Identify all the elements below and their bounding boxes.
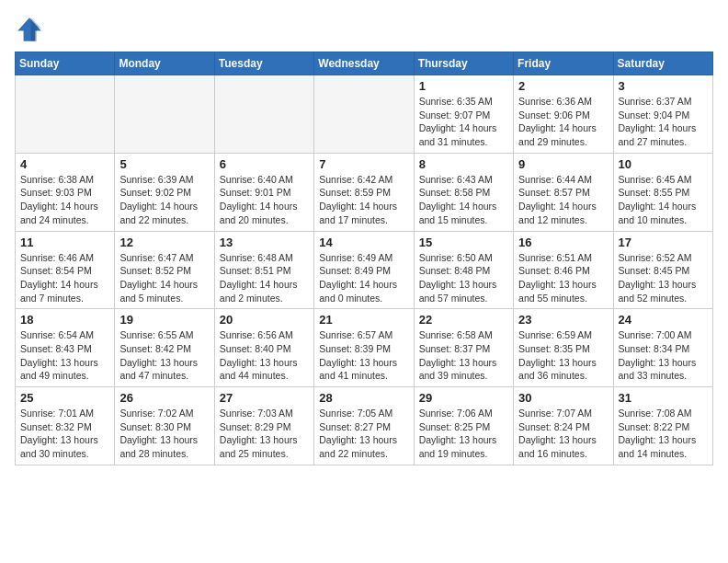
calendar-table: SundayMondayTuesdayWednesdayThursdayFrid… <box>15 52 713 465</box>
calendar-week-row: 25Sunrise: 7:01 AMSunset: 8:32 PMDayligh… <box>16 387 713 465</box>
col-header-friday: Friday <box>514 52 613 75</box>
calendar-cell: 31Sunrise: 7:08 AMSunset: 8:22 PMDayligh… <box>613 387 712 465</box>
day-number: 28 <box>319 391 408 405</box>
calendar-week-row: 1Sunrise: 6:35 AMSunset: 9:07 PMDaylight… <box>16 75 713 154</box>
calendar-cell: 1Sunrise: 6:35 AMSunset: 9:07 PMDaylight… <box>414 75 513 154</box>
calendar-cell <box>115 75 214 154</box>
day-number: 2 <box>518 79 608 93</box>
day-number: 12 <box>119 236 209 249</box>
calendar-cell: 15Sunrise: 6:50 AMSunset: 8:48 PMDayligh… <box>414 231 513 309</box>
day-number: 6 <box>220 157 309 171</box>
day-number: 16 <box>518 236 608 249</box>
day-info: Sunrise: 7:07 AMSunset: 8:24 PMDaylight:… <box>518 407 608 461</box>
calendar-cell: 23Sunrise: 6:59 AMSunset: 8:35 PMDayligh… <box>514 309 613 387</box>
calendar-cell: 30Sunrise: 7:07 AMSunset: 8:24 PMDayligh… <box>514 387 613 465</box>
calendar-cell: 14Sunrise: 6:49 AMSunset: 8:49 PMDayligh… <box>314 231 414 309</box>
day-info: Sunrise: 7:00 AMSunset: 8:34 PMDaylight:… <box>619 328 708 383</box>
calendar-cell <box>16 75 115 154</box>
day-number: 21 <box>319 313 408 327</box>
calendar-cell: 3Sunrise: 6:37 AMSunset: 9:04 PMDaylight… <box>613 75 712 154</box>
day-number: 22 <box>419 313 508 327</box>
calendar-cell: 6Sunrise: 6:40 AMSunset: 9:01 PMDaylight… <box>214 153 313 231</box>
svg-marker-0 <box>17 17 41 41</box>
day-info: Sunrise: 6:55 AMSunset: 8:42 PMDaylight:… <box>119 328 209 383</box>
day-info: Sunrise: 6:51 AMSunset: 8:46 PMDaylight:… <box>518 251 608 305</box>
calendar-cell: 26Sunrise: 7:02 AMSunset: 8:30 PMDayligh… <box>115 387 214 465</box>
col-header-sunday: Sunday <box>16 52 115 75</box>
day-info: Sunrise: 6:59 AMSunset: 8:35 PMDaylight:… <box>518 328 608 383</box>
calendar-cell <box>214 75 313 154</box>
day-info: Sunrise: 6:47 AMSunset: 8:52 PMDaylight:… <box>119 251 209 305</box>
day-info: Sunrise: 6:52 AMSunset: 8:45 PMDaylight:… <box>619 251 708 305</box>
day-number: 13 <box>220 236 309 249</box>
calendar-cell: 4Sunrise: 6:38 AMSunset: 9:03 PMDaylight… <box>16 153 115 231</box>
col-header-monday: Monday <box>115 52 214 75</box>
day-info: Sunrise: 7:08 AMSunset: 8:22 PMDaylight:… <box>619 407 708 461</box>
calendar-cell: 25Sunrise: 7:01 AMSunset: 8:32 PMDayligh… <box>16 387 115 465</box>
calendar-cell: 21Sunrise: 6:57 AMSunset: 8:39 PMDayligh… <box>314 309 414 387</box>
calendar-cell: 2Sunrise: 6:36 AMSunset: 9:06 PMDaylight… <box>514 75 613 154</box>
calendar-cell: 11Sunrise: 6:46 AMSunset: 8:54 PMDayligh… <box>16 231 115 309</box>
calendar-cell: 8Sunrise: 6:43 AMSunset: 8:58 PMDaylight… <box>414 153 513 231</box>
day-info: Sunrise: 7:05 AMSunset: 8:27 PMDaylight:… <box>319 407 408 461</box>
day-number: 19 <box>119 313 209 327</box>
logo <box>15 15 48 44</box>
day-info: Sunrise: 6:40 AMSunset: 9:01 PMDaylight:… <box>220 173 309 227</box>
calendar-header-row: SundayMondayTuesdayWednesdayThursdayFrid… <box>16 52 713 75</box>
calendar-week-row: 18Sunrise: 6:54 AMSunset: 8:43 PMDayligh… <box>16 309 713 387</box>
calendar-cell: 22Sunrise: 6:58 AMSunset: 8:37 PMDayligh… <box>414 309 513 387</box>
calendar-cell: 24Sunrise: 7:00 AMSunset: 8:34 PMDayligh… <box>613 309 712 387</box>
calendar-cell: 20Sunrise: 6:56 AMSunset: 8:40 PMDayligh… <box>214 309 313 387</box>
col-header-saturday: Saturday <box>613 52 712 75</box>
day-number: 25 <box>20 391 109 405</box>
day-info: Sunrise: 6:44 AMSunset: 8:57 PMDaylight:… <box>518 173 608 227</box>
day-info: Sunrise: 6:58 AMSunset: 8:37 PMDaylight:… <box>419 328 508 383</box>
calendar-cell: 10Sunrise: 6:45 AMSunset: 8:55 PMDayligh… <box>613 153 712 231</box>
calendar-cell: 5Sunrise: 6:39 AMSunset: 9:02 PMDaylight… <box>115 153 214 231</box>
day-number: 3 <box>619 79 708 93</box>
day-info: Sunrise: 6:57 AMSunset: 8:39 PMDaylight:… <box>319 328 408 383</box>
day-info: Sunrise: 7:03 AMSunset: 8:29 PMDaylight:… <box>220 407 309 461</box>
day-info: Sunrise: 6:38 AMSunset: 9:03 PMDaylight:… <box>20 173 109 227</box>
day-info: Sunrise: 6:56 AMSunset: 8:40 PMDaylight:… <box>220 328 309 383</box>
day-info: Sunrise: 6:49 AMSunset: 8:49 PMDaylight:… <box>319 251 408 305</box>
day-info: Sunrise: 6:54 AMSunset: 8:43 PMDaylight:… <box>20 328 109 383</box>
day-info: Sunrise: 6:36 AMSunset: 9:06 PMDaylight:… <box>518 95 608 149</box>
day-info: Sunrise: 6:39 AMSunset: 9:02 PMDaylight:… <box>119 173 209 227</box>
day-info: Sunrise: 7:01 AMSunset: 8:32 PMDaylight:… <box>20 407 109 461</box>
day-info: Sunrise: 7:02 AMSunset: 8:30 PMDaylight:… <box>119 407 209 461</box>
calendar-cell: 12Sunrise: 6:47 AMSunset: 8:52 PMDayligh… <box>115 231 214 309</box>
calendar-cell: 29Sunrise: 7:06 AMSunset: 8:25 PMDayligh… <box>414 387 513 465</box>
day-number: 29 <box>419 391 508 405</box>
day-number: 10 <box>619 157 708 171</box>
day-number: 4 <box>20 157 109 171</box>
day-number: 11 <box>20 236 109 249</box>
day-number: 24 <box>619 313 708 327</box>
day-info: Sunrise: 7:06 AMSunset: 8:25 PMDaylight:… <box>419 407 508 461</box>
calendar-cell: 28Sunrise: 7:05 AMSunset: 8:27 PMDayligh… <box>314 387 414 465</box>
day-info: Sunrise: 6:35 AMSunset: 9:07 PMDaylight:… <box>419 95 508 149</box>
day-number: 27 <box>220 391 309 405</box>
day-number: 7 <box>319 157 408 171</box>
calendar-cell: 27Sunrise: 7:03 AMSunset: 8:29 PMDayligh… <box>214 387 313 465</box>
day-info: Sunrise: 6:37 AMSunset: 9:04 PMDaylight:… <box>619 95 708 149</box>
day-number: 17 <box>619 236 708 249</box>
calendar-cell: 7Sunrise: 6:42 AMSunset: 8:59 PMDaylight… <box>314 153 414 231</box>
day-number: 23 <box>518 313 608 327</box>
col-header-tuesday: Tuesday <box>214 52 313 75</box>
day-number: 14 <box>319 236 408 249</box>
day-number: 9 <box>518 157 608 171</box>
calendar-week-row: 4Sunrise: 6:38 AMSunset: 9:03 PMDaylight… <box>16 153 713 231</box>
calendar-cell: 16Sunrise: 6:51 AMSunset: 8:46 PMDayligh… <box>514 231 613 309</box>
day-number: 18 <box>20 313 109 327</box>
calendar-cell: 9Sunrise: 6:44 AMSunset: 8:57 PMDaylight… <box>514 153 613 231</box>
day-info: Sunrise: 6:42 AMSunset: 8:59 PMDaylight:… <box>319 173 408 227</box>
day-info: Sunrise: 6:45 AMSunset: 8:55 PMDaylight:… <box>619 173 708 227</box>
day-number: 31 <box>619 391 708 405</box>
day-info: Sunrise: 6:48 AMSunset: 8:51 PMDaylight:… <box>220 251 309 305</box>
calendar-cell: 19Sunrise: 6:55 AMSunset: 8:42 PMDayligh… <box>115 309 214 387</box>
day-info: Sunrise: 6:50 AMSunset: 8:48 PMDaylight:… <box>419 251 508 305</box>
day-number: 8 <box>419 157 508 171</box>
day-info: Sunrise: 6:46 AMSunset: 8:54 PMDaylight:… <box>20 251 109 305</box>
day-number: 30 <box>518 391 608 405</box>
